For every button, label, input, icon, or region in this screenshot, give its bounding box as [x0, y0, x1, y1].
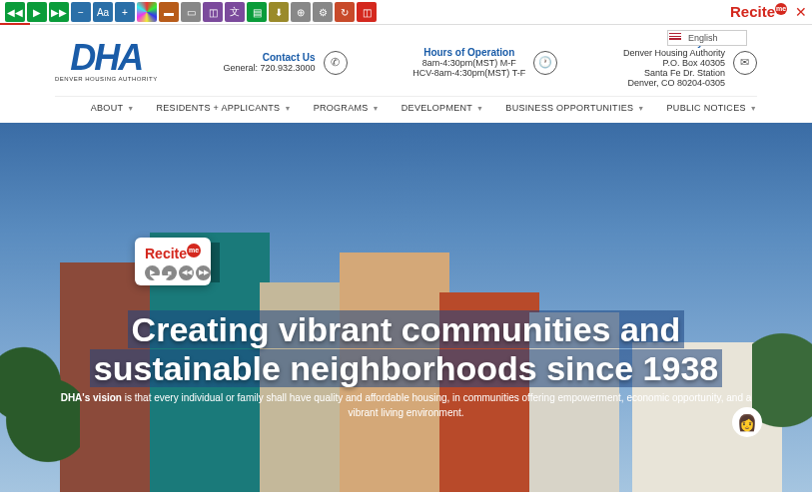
- chevron-down-icon: ▼: [750, 105, 757, 112]
- widget-forward-icon[interactable]: ▶▶: [196, 265, 211, 280]
- chevron-down-icon: ▼: [127, 105, 134, 112]
- logo-text: DHA: [55, 43, 158, 74]
- widget-rewind-icon[interactable]: ◀◀: [179, 265, 194, 280]
- language-label: English: [688, 33, 718, 43]
- contact-phone: General: 720.932.3000: [223, 63, 315, 73]
- magnify-icon[interactable]: ⊕: [291, 2, 311, 22]
- mail-line2: P.O. Box 40305: [623, 58, 725, 68]
- ruler-icon[interactable]: ▬: [159, 2, 179, 22]
- plus-icon[interactable]: +: [115, 2, 135, 22]
- settings-icon[interactable]: ⚙: [313, 2, 333, 22]
- guide-icon[interactable]: ◫: [357, 2, 377, 22]
- nav-label: RESIDENTS + APPLICANTS: [157, 103, 281, 113]
- forward-icon[interactable]: ▶▶: [49, 2, 69, 22]
- chat-avatar[interactable]: 👩: [732, 407, 762, 437]
- mail-line1: Denver Housing Authority: [623, 48, 725, 58]
- brand-dot: me: [775, 3, 787, 15]
- widget-brand-dot: me: [187, 244, 201, 257]
- toolbar-buttons: ◀◀ ▶ ▶▶ − Aa + ▬ ▭ ◫ 文 ▤ ⬇ ⊕ ⚙ ↻ ◫: [5, 2, 377, 22]
- widget-stop-icon[interactable]: ■: [162, 265, 177, 280]
- flag-icon: [669, 33, 681, 41]
- hours-line2: HCV-8am-4:30pm(MST) T-F: [412, 68, 525, 78]
- minus-icon[interactable]: −: [71, 2, 91, 22]
- contact-title: Contact Us: [223, 52, 315, 63]
- recite-brand: Reciteme: [730, 3, 787, 20]
- widget-controls: ▶ ■ ◀◀ ▶▶: [145, 265, 211, 280]
- dictionary-icon[interactable]: ◫: [203, 2, 223, 22]
- chevron-down-icon: ▼: [476, 105, 483, 112]
- contact-block: Contact Us General: 720.932.3000 ✆: [223, 51, 347, 75]
- hours-title: Hours of Operation: [412, 47, 525, 58]
- hero-title: Creating vibrant communities and sustain…: [0, 310, 812, 388]
- nav-programs[interactable]: PROGRAMS▼: [314, 103, 380, 113]
- color-wheel-icon[interactable]: [137, 2, 157, 22]
- nav-notices[interactable]: PUBLIC NOTICES▼: [667, 103, 757, 113]
- play-icon[interactable]: ▶: [27, 2, 47, 22]
- logo-subtitle: DENVER HOUSING AUTHORITY: [55, 76, 158, 82]
- rewind-icon[interactable]: ◀◀: [5, 2, 25, 22]
- nav-label: PROGRAMS: [314, 103, 369, 113]
- hero-title-line2: sustainable neighborhoods since 1938: [90, 349, 722, 387]
- nav-label: BUSINESS OPPORTUNITIES: [505, 103, 633, 113]
- reset-icon[interactable]: ↻: [335, 2, 355, 22]
- hero-sub-text: is that every individual or family shall…: [122, 392, 751, 418]
- main-nav: ABOUT▼ RESIDENTS + APPLICANTS▼ PROGRAMS▼…: [55, 96, 757, 123]
- nav-label: DEVELOPMENT: [402, 103, 472, 113]
- header-top-row: DHA DENVER HOUSING AUTHORITY Contact Us …: [55, 25, 757, 96]
- site-header: English DHA DENVER HOUSING AUTHORITY Con…: [0, 25, 812, 123]
- nav-business[interactable]: BUSINESS OPPORTUNITIES▼: [505, 103, 644, 113]
- widget-play-icon[interactable]: ▶: [145, 265, 160, 280]
- mail-icon[interactable]: ✉: [733, 51, 757, 75]
- mask-icon[interactable]: ▭: [181, 2, 201, 22]
- accessibility-toolbar: ◀◀ ▶ ▶▶ − Aa + ▬ ▭ ◫ 文 ▤ ⬇ ⊕ ⚙ ↻ ◫ Recit…: [0, 0, 812, 25]
- nav-label: PUBLIC NOTICES: [667, 103, 746, 113]
- site-logo[interactable]: DHA DENVER HOUSING AUTHORITY: [55, 43, 158, 82]
- mail-line4: Denver, CO 80204-0305: [623, 78, 725, 88]
- chevron-down-icon: ▼: [373, 105, 380, 112]
- hours-block: Hours of Operation 8am-4:30pm(MST) M-F H…: [412, 47, 557, 78]
- widget-brand: Reciteme: [145, 244, 201, 261]
- hours-line1: 8am-4:30pm(MST) M-F: [412, 58, 525, 68]
- nav-development[interactable]: DEVELOPMENT▼: [402, 103, 484, 113]
- hero-section: Reciteme ▶ ■ ◀◀ ▶▶ Creating vibrant comm…: [0, 123, 812, 492]
- hero-subtitle: DHA's vision is that every individual or…: [0, 390, 812, 420]
- chevron-down-icon: ▼: [284, 105, 291, 112]
- mail-line3: Santa Fe Dr. Station: [623, 68, 725, 78]
- chevron-down-icon: ▼: [637, 105, 644, 112]
- nav-residents[interactable]: RESIDENTS + APPLICANTS▼: [157, 103, 292, 113]
- hero-title-line1: Creating vibrant communities and: [128, 310, 685, 348]
- nav-label: ABOUT: [91, 103, 124, 113]
- recite-widget[interactable]: Reciteme ▶ ■ ◀◀ ▶▶: [135, 238, 211, 285]
- close-icon[interactable]: ✕: [795, 4, 807, 20]
- nav-about[interactable]: ABOUT▼: [91, 103, 135, 113]
- translate-icon[interactable]: 文: [225, 2, 245, 22]
- download-icon[interactable]: ⬇: [269, 2, 289, 22]
- widget-brand-red: Recite: [145, 246, 187, 261]
- text-mode-icon[interactable]: ▤: [247, 2, 267, 22]
- brand-red-text: Recite: [730, 3, 775, 20]
- phone-icon[interactable]: ✆: [324, 51, 348, 75]
- hero-sub-bold: DHA's vision: [61, 392, 122, 403]
- font-icon[interactable]: Aa: [93, 2, 113, 22]
- clock-icon[interactable]: 🕐: [533, 51, 557, 75]
